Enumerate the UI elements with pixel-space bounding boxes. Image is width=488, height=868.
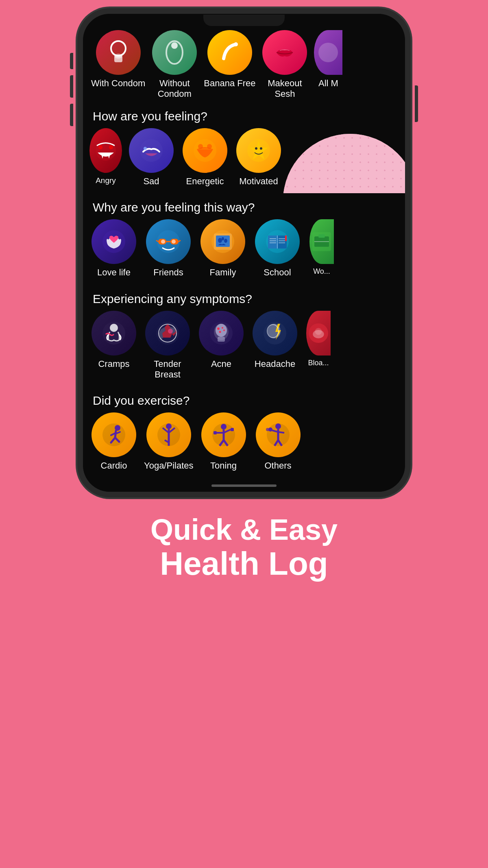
without-condom-icon <box>152 30 197 75</box>
school-label: School <box>264 267 291 278</box>
list-item[interactable]: With Condom <box>91 30 145 100</box>
friends-label: Friends <box>153 267 183 278</box>
toning-icon <box>201 412 246 457</box>
work-icon <box>309 219 334 264</box>
list-item[interactable]: Cardio <box>89 412 138 471</box>
svg-point-13 <box>144 147 147 150</box>
svg-point-71 <box>102 423 125 446</box>
list-item[interactable]: Bloa... <box>304 311 333 380</box>
svg-point-4 <box>171 42 178 49</box>
svg-point-70 <box>315 328 322 335</box>
cramps-label: Cramps <box>98 359 129 369</box>
without-condom-label: WithoutCondom <box>158 78 192 100</box>
svg-point-33 <box>218 238 222 243</box>
makeout-sesh-label: MakeoutSesh <box>268 78 302 100</box>
sad-icon <box>129 128 174 173</box>
svg-point-58 <box>216 324 227 337</box>
school-icon <box>255 219 300 264</box>
list-item[interactable]: Toning <box>199 412 248 471</box>
list-item[interactable]: Cramps <box>89 311 138 380</box>
love-life-label: Love life <box>97 267 131 278</box>
banana-free-icon <box>207 30 252 75</box>
list-item[interactable]: All M <box>314 30 342 100</box>
svg-point-15 <box>198 144 203 149</box>
list-item[interactable]: Sad <box>127 128 176 187</box>
list-item[interactable]: Angry <box>89 128 122 187</box>
feeling-section: How are you feeling? <box>83 102 405 193</box>
why-section-title: Why are you feeling this way? <box>83 193 405 219</box>
bloating-label: Bloa... <box>308 359 329 368</box>
svg-point-34 <box>224 239 227 243</box>
motivated-label: Motivated <box>239 176 278 187</box>
svg-point-11 <box>109 145 113 149</box>
list-item[interactable]: Yoga/Pilates <box>144 412 194 471</box>
svg-point-59 <box>217 327 220 330</box>
svg-point-19 <box>255 147 257 150</box>
list-item[interactable]: Love life <box>89 219 138 278</box>
cardio-label: Cardio <box>101 460 127 471</box>
sad-label: Sad <box>143 176 159 187</box>
svg-point-90 <box>275 423 281 429</box>
list-item[interactable]: Banana Free <box>204 30 255 100</box>
svg-point-81 <box>221 424 227 430</box>
tagline-line2: Health Log <box>150 546 338 582</box>
toning-label: Toning <box>210 460 237 471</box>
family-label: Family <box>210 267 236 278</box>
phone-frame: With Condom WithoutCondom <box>77 8 411 497</box>
svg-rect-2 <box>114 56 122 62</box>
list-item[interactable]: MakeoutSesh <box>260 30 309 100</box>
headache-icon <box>253 311 297 355</box>
why-items-row: Love life <box>83 219 405 284</box>
list-item[interactable]: Acne <box>197 311 246 380</box>
svg-line-95 <box>278 432 284 433</box>
makeout-sesh-icon <box>262 30 307 75</box>
svg-point-28 <box>161 240 165 244</box>
work-label: Wo... <box>313 267 330 276</box>
svg-point-52 <box>110 324 118 332</box>
headache-label: Headache <box>255 359 295 369</box>
svg-point-94 <box>266 428 269 431</box>
banana-free-label: Banana Free <box>204 78 255 89</box>
svg-rect-86 <box>231 428 234 431</box>
list-item[interactable]: School <box>253 219 302 278</box>
list-item[interactable]: TenderBreast <box>143 311 192 380</box>
with-condom-icon <box>96 30 141 75</box>
bloating-icon <box>306 311 331 355</box>
tagline-line1: Quick & Easy <box>150 514 338 546</box>
exercise-section-title: Did you exercise? <box>83 386 405 412</box>
angry-icon <box>89 128 122 173</box>
list-item[interactable]: Headache <box>251 311 299 380</box>
list-item[interactable]: Others <box>254 412 303 471</box>
family-icon <box>200 219 245 264</box>
list-item[interactable]: Family <box>198 219 247 278</box>
screen-content: With Condom WithoutCondom <box>83 26 405 487</box>
list-item[interactable]: Motivated <box>234 128 283 187</box>
symptoms-section: Experiencing any symptoms? <box>83 285 405 387</box>
cramps-icon <box>92 311 136 355</box>
energetic-icon <box>183 128 227 173</box>
with-condom-label: With Condom <box>91 78 145 89</box>
exercise-section: Did you exercise? <box>83 386 405 486</box>
svg-point-60 <box>222 327 223 329</box>
svg-point-5 <box>234 42 238 46</box>
svg-point-0 <box>111 41 126 56</box>
feeling-section-title: How are you feeling? <box>83 102 405 128</box>
yoga-label: Yoga/Pilates <box>144 460 194 471</box>
home-indicator <box>211 484 277 487</box>
list-item[interactable]: Energetic <box>181 128 229 187</box>
why-section: Why are you feeling this way? <box>83 193 405 284</box>
svg-point-16 <box>207 144 212 149</box>
svg-point-55 <box>168 329 173 334</box>
svg-point-6 <box>318 43 338 62</box>
phone-screen: With Condom WithoutCondom <box>83 26 405 492</box>
list-item[interactable]: Wo... <box>307 219 336 278</box>
all-m-label: All M <box>318 78 338 89</box>
tagline: Quick & Easy Health Log <box>126 497 362 590</box>
list-item[interactable]: WithoutCondom <box>150 30 199 100</box>
exercise-items-row: Cardio <box>83 412 405 479</box>
list-item[interactable]: Friends <box>144 219 193 278</box>
acne-label: Acne <box>211 359 231 369</box>
svg-rect-63 <box>218 337 225 342</box>
top-items-row: With Condom WithoutCondom <box>83 26 405 102</box>
all-m-icon <box>314 30 342 75</box>
